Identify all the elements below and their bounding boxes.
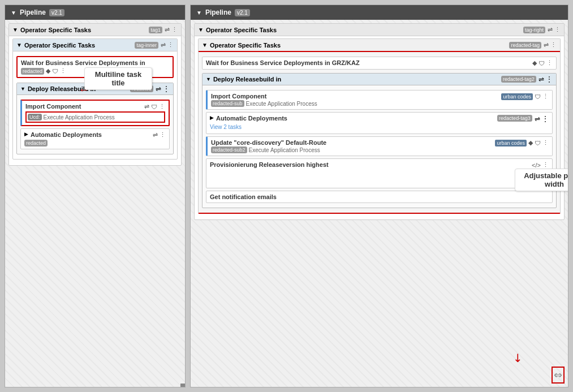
right-deploy-subsection-tag: redacted-tag2 xyxy=(501,76,536,83)
right-prov-task-header: Provisionierung Releaseversion highest <… xyxy=(210,161,549,169)
right-panel-title: Pipeline xyxy=(205,8,231,16)
left-inner-section-body: Wait for Business Service Deployments in… xyxy=(13,51,177,159)
left-inner-dots-icon[interactable]: ⋮ xyxy=(167,41,174,49)
right-inner-section: ▼ Operator Specific Tasks redacted-tag ⇌… xyxy=(198,38,561,214)
right-update-task-icons: urban codes ◆ 🛡 ⋮ xyxy=(495,139,549,147)
left-deploy-dots-icon[interactable]: ⋮ xyxy=(163,85,170,93)
left-task-wait-icons: ◆ 🛡 ⋮ xyxy=(46,67,66,75)
right-task-wait-title: Wait for Business Service Deployments in… xyxy=(206,59,530,66)
right-notify-task-header: Get notification emails xyxy=(210,193,549,200)
left-import-subtitle-text: Execute Application Process xyxy=(44,114,115,120)
resize-arrow: ↘ xyxy=(513,351,523,364)
right-outer-section-title: Operator Specific Tasks xyxy=(206,27,521,33)
right-update-dots-icon[interactable]: ⋮ xyxy=(542,139,549,147)
right-panel-header: ▼ Pipeline v2.1 xyxy=(191,5,568,20)
resize-icon[interactable]: ⇔ xyxy=(554,369,562,381)
left-import-dots-icon[interactable]: ⋮ xyxy=(159,103,165,110)
left-outer-section-arrow[interactable]: ▼ xyxy=(12,27,18,33)
left-deploy-subsection-arrow[interactable]: ▼ xyxy=(20,86,25,92)
left-outer-section-body: ▼ Operator Specific Tasks tag-inner ⇌ ⋮ xyxy=(9,36,181,165)
right-auto-arrows-icon[interactable]: ⇌ xyxy=(535,115,540,123)
right-outer-section-arrow[interactable]: ▼ xyxy=(198,27,204,33)
right-task-wait-dots-icon[interactable]: ⋮ xyxy=(546,59,553,67)
left-inner-section-tag: tag-inner xyxy=(135,42,158,49)
right-inner-dots-icon[interactable]: ⋮ xyxy=(550,41,557,49)
left-panel: ▼ Pipeline v2.1 ▼ Operator Specific Task… xyxy=(5,5,186,387)
right-update-task-title: Update "core-discovery" Default-Route xyxy=(211,139,493,146)
left-panel-tag: v2.1 xyxy=(49,9,64,16)
right-update-task[interactable]: Update "core-discovery" Default-Route ur… xyxy=(206,136,553,156)
right-deploy-subsection-body: Import Component urban codes 🛡 ⋮ xyxy=(203,85,556,208)
multiline-arrow: ← xyxy=(79,84,89,96)
right-update-diamond-icon: ◆ xyxy=(528,139,533,147)
right-update-subtitle-tag: redacted-sub2 xyxy=(211,147,247,153)
right-outer-section-tag: tag-right xyxy=(523,27,545,33)
right-task-wait[interactable]: Wait for Business Service Deployments in… xyxy=(202,57,557,70)
left-outer-arrows-icon[interactable]: ⇌ xyxy=(165,26,170,33)
left-inner-section-arrow[interactable]: ▼ xyxy=(16,42,22,48)
right-outer-section: ▼ Operator Specific Tasks tag-right ⇌ ⋮ … xyxy=(194,23,565,220)
right-auto-task[interactable]: ▶ Automatic Deployments redacted-tag3 ⇌ … xyxy=(206,112,553,134)
left-task-wait-shield-icon: 🛡 xyxy=(52,68,58,75)
right-inner-section-icons: ⇌ ⋮ xyxy=(544,41,557,49)
left-import-task[interactable]: Import Component ⇌ 🛡 ⋮ Ucd: xyxy=(20,100,170,126)
left-outer-section-tag: tag1 xyxy=(149,27,162,33)
right-deploy-subsection: ▼ Deploy Releasebuild in redacted-tag2 ⇌… xyxy=(202,73,557,208)
right-outer-section-icons: ⇌ ⋮ xyxy=(548,26,561,33)
left-auto-deploy-task[interactable]: ▶ Automatic Deployments ⇌ ⋮ redacted xyxy=(20,128,170,149)
left-task-wait-dots-icon[interactable]: ⋮ xyxy=(60,67,66,75)
right-auto-dots-icon[interactable]: ⋮ xyxy=(542,115,549,123)
right-inner-section-arrow[interactable]: ▼ xyxy=(202,42,208,48)
left-inner-section: ▼ Operator Specific Tasks tag-inner ⇌ ⋮ xyxy=(12,38,178,160)
left-auto-deploy-header: ▶ Automatic Deployments ⇌ ⋮ xyxy=(24,131,166,139)
right-import-shield-icon: 🛡 xyxy=(535,93,541,100)
right-auto-task-arrow[interactable]: ▶ xyxy=(210,115,214,120)
right-panel-tag: v2.1 xyxy=(235,9,250,16)
left-import-task-header: Import Component ⇌ 🛡 ⋮ xyxy=(25,103,165,110)
right-import-task-icons: urban codes 🛡 ⋮ xyxy=(501,93,549,100)
right-outer-section-header: ▼ Operator Specific Tasks tag-right ⇌ ⋮ xyxy=(195,24,564,36)
left-auto-deploy-arrow[interactable]: ▶ xyxy=(24,131,28,137)
right-task-wait-shield-icon: 🛡 xyxy=(538,60,545,67)
right-panel: ▼ Pipeline v2.1 ▼ Operator Specific Task… xyxy=(190,5,568,387)
right-import-dots-icon[interactable]: ⋮ xyxy=(542,93,549,100)
left-outer-section-title: Operator Specific Tasks xyxy=(20,27,147,33)
right-deploy-subsection-arrow[interactable]: ▼ xyxy=(206,76,211,82)
right-notify-task[interactable]: Get notification emails xyxy=(206,191,553,203)
right-inner-arrows-icon[interactable]: ⇌ xyxy=(544,41,549,49)
right-panel-collapse-arrow[interactable]: ▼ xyxy=(196,10,202,16)
right-prov-dots-icon[interactable]: ⋮ xyxy=(542,161,549,169)
right-update-task-header: Update "core-discovery" Default-Route ur… xyxy=(211,139,549,147)
right-deploy-subsection-title: Deploy Releasebuild in xyxy=(213,76,499,83)
adjustable-annotation-text: Adjustable phase width xyxy=(524,171,568,188)
right-task-wait-icons: ◆ 🛡 ⋮ xyxy=(532,59,553,67)
right-auto-task-icons: ⇌ ⋮ xyxy=(535,115,549,123)
right-inner-section-header: ▼ Operator Specific Tasks redacted-tag ⇌… xyxy=(199,39,560,52)
right-import-task-header: Import Component urban codes 🛡 ⋮ xyxy=(211,93,549,100)
left-import-task-icons: ⇌ 🛡 ⋮ xyxy=(144,103,165,110)
left-auto-arrows-icon[interactable]: ⇌ xyxy=(153,131,158,139)
multiline-arrow-icon: ← xyxy=(79,84,89,96)
right-outer-arrows-icon[interactable]: ⇌ xyxy=(548,26,553,33)
left-inner-arrows-icon[interactable]: ⇌ xyxy=(161,41,166,49)
right-prov-task[interactable]: Provisionierung Releaseversion highest <… xyxy=(206,158,553,188)
right-auto-view-tasks[interactable]: View 2 tasks xyxy=(210,123,549,131)
right-deploy-dots-icon[interactable]: ⋮ xyxy=(546,75,553,83)
right-outer-dots-icon[interactable]: ⋮ xyxy=(554,26,561,33)
left-deploy-arrows-icon[interactable]: ⇌ xyxy=(156,85,161,93)
right-outer-section-body: ▼ Operator Specific Tasks redacted-tag ⇌… xyxy=(195,36,564,219)
right-update-urban-code-icon: urban codes xyxy=(495,140,527,147)
right-update-subtitle-text: Execute Application Process xyxy=(249,147,320,153)
left-panel-collapse-arrow[interactable]: ▼ xyxy=(11,10,16,16)
right-inner-section-title: Operator Specific Tasks xyxy=(210,42,507,49)
right-panel-resize-border: ⇔ xyxy=(552,367,565,384)
left-auto-dots-icon[interactable]: ⋮ xyxy=(160,131,166,139)
left-task-wait-tag: redacted xyxy=(21,68,44,75)
right-import-task[interactable]: Import Component urban codes 🛡 ⋮ xyxy=(206,90,553,110)
left-task-wait-header: Wait for Business Service Deployments in xyxy=(21,59,169,66)
right-task-wait-diamond-icon: ◆ xyxy=(532,59,537,67)
right-deploy-arrows-icon[interactable]: ⇌ xyxy=(538,75,544,83)
right-prov-code-icon: </> xyxy=(532,162,541,169)
left-outer-dots-icon[interactable]: ⋮ xyxy=(171,26,178,33)
left-panel-resize-handle[interactable] xyxy=(180,384,185,387)
